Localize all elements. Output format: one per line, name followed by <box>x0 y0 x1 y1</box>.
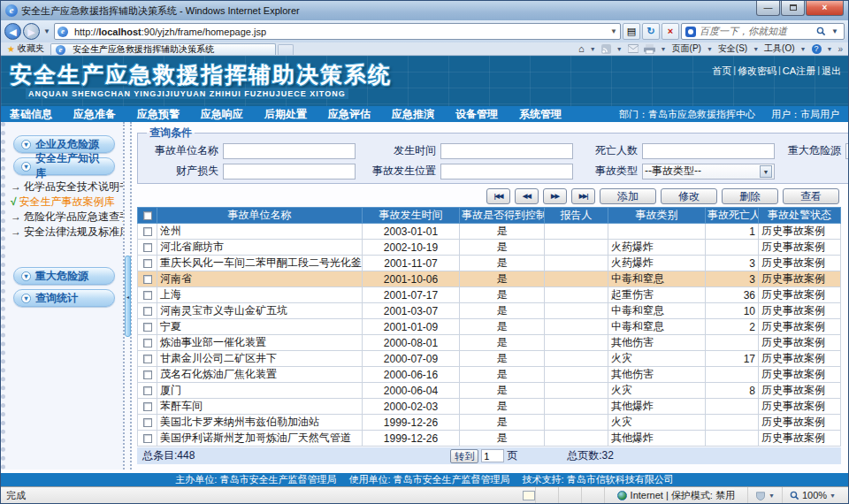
table-row[interactable]: 河南灵宝市义寺山金矿五坑2001-03-07是中毒和窒息10历史事故案例 <box>138 303 841 319</box>
safety-menu[interactable]: 安全(S) <box>718 42 747 55</box>
add-button[interactable]: 添加 <box>600 188 656 204</box>
sidebar-splitter[interactable]: ◂ <box>123 122 132 470</box>
sidebar-section-major-hazard[interactable]: ▾重大危险源 <box>13 267 115 285</box>
table-row[interactable]: 美国北卡罗来纳州韦兹伯勒加油站1999-12-26是火灾历史事故案例 <box>138 415 841 431</box>
table-row[interactable]: 美国伊利诺斯州芝加哥炼油厂天然气管道1999-12-26是其他爆炸历史事故案例 <box>138 431 841 447</box>
address-dropdown[interactable]: ▼ <box>610 27 617 35</box>
deaths-input[interactable] <box>642 143 775 159</box>
major-hazard-select[interactable]: -是否为重大危险源-▼ <box>845 143 848 159</box>
accident-type-select[interactable]: --事故类型--▼ <box>642 164 775 179</box>
row-checkbox[interactable] <box>143 355 152 363</box>
sidebar-item-safety-laws[interactable]: →安全法律法规及标准库 <box>11 225 123 240</box>
link-home[interactable]: 首页 <box>712 65 731 78</box>
page-menu[interactable]: 页面(P) <box>672 42 701 55</box>
first-page-button[interactable]: |◀◀ <box>486 188 510 204</box>
sidebar-item-accident-cases[interactable]: √安全生产事故案例库 <box>11 195 123 210</box>
occur-time-input[interactable] <box>440 143 573 159</box>
menu-emergency-response[interactable]: 应急响应 <box>201 107 243 122</box>
prev-page-button[interactable]: ◀◀ <box>515 188 539 204</box>
link-logout[interactable]: 退出 <box>822 65 841 78</box>
sidebar-item-chemical-msds[interactable]: →化学品安全技术说明书 <box>11 179 123 195</box>
modify-button[interactable]: 修改 <box>661 188 717 204</box>
property-loss-input[interactable] <box>223 164 356 179</box>
sidebar-section-knowledge-base[interactable]: ▾安全生产知识库 <box>13 157 115 175</box>
tab-active[interactable]: e 安全生产应急救援指挥辅助决策系统 <box>50 43 276 55</box>
row-checkbox[interactable] <box>143 386 152 395</box>
search-dropdown[interactable]: ▼ <box>830 27 840 35</box>
protected-mode-group[interactable]: ▼ <box>747 487 782 503</box>
view-button[interactable]: 查看 <box>783 188 839 204</box>
table-row[interactable]: 炼油事业部一催化装置2000-08-01是其他伤害历史事故案例 <box>138 335 841 351</box>
unit-name-input[interactable] <box>223 143 356 159</box>
page-menu-dropdown[interactable]: ▼ <box>707 46 713 52</box>
history-dropdown[interactable]: ▼ <box>42 27 52 35</box>
menu-post-disposal[interactable]: 后期处置 <box>264 107 307 122</box>
back-button[interactable]: ◀ <box>4 23 21 40</box>
rss-dropdown[interactable]: ▼ <box>616 46 623 52</box>
menu-emergency-warning[interactable]: 应急预警 <box>137 107 180 122</box>
menu-device-manage[interactable]: 设备管理 <box>455 107 498 122</box>
address-bar[interactable]: e http://localhost:90/yjzh/frame/homepag… <box>54 23 621 40</box>
help-icon[interactable]: ? <box>812 44 822 54</box>
delete-button[interactable]: 删除 <box>722 188 778 204</box>
search-input[interactable]: 百度一下，你就知道 <box>700 25 813 38</box>
table-row[interactable]: 河南省2001-10-06是中毒和窒息3历史事故案例 <box>138 271 841 287</box>
row-checkbox[interactable] <box>143 291 152 300</box>
zoom-control[interactable]: 100% ▼ <box>782 487 843 503</box>
menu-emergency-evaluate[interactable]: 应急评估 <box>328 107 371 122</box>
menu-system-manage[interactable]: 系统管理 <box>519 107 562 122</box>
mail-icon[interactable] <box>628 44 639 53</box>
goto-button[interactable]: 转到 <box>450 449 478 463</box>
row-checkbox[interactable] <box>143 339 152 347</box>
row-checkbox[interactable] <box>143 243 152 252</box>
forward-button[interactable]: ▶ <box>23 23 40 40</box>
table-row[interactable]: 厦门2000-06-04是火灾8历史事故案例 <box>138 383 841 399</box>
refresh-button[interactable]: ↻ <box>642 23 660 40</box>
select-all-header[interactable] <box>138 208 157 224</box>
link-change-password[interactable]: 修改密码 <box>738 65 776 78</box>
row-checkbox[interactable] <box>143 434 152 443</box>
menu-emergency-drill[interactable]: 应急推演 <box>392 107 434 122</box>
compatibility-view-button[interactable]: ▤ <box>623 23 640 40</box>
menu-basic-info[interactable]: 基础信息 <box>10 107 52 122</box>
table-row[interactable]: 甘肃金川公司二矿区井下2000-07-09是火灾17历史事故案例 <box>138 351 841 367</box>
minimize-button[interactable]: — <box>756 1 780 16</box>
search-icon[interactable] <box>816 27 826 36</box>
row-checkbox[interactable] <box>143 307 152 316</box>
help-dropdown[interactable]: ▼ <box>827 46 833 52</box>
close-button[interactable]: × <box>806 1 844 16</box>
tools-menu-dropdown[interactable]: ▼ <box>800 46 807 52</box>
home-dropdown[interactable]: ▼ <box>590 46 596 52</box>
select-all-checkbox[interactable] <box>143 211 152 220</box>
stop-button[interactable]: × <box>662 23 679 40</box>
row-checkbox[interactable] <box>143 259 152 268</box>
table-row[interactable]: 河北省廊坊市2002-10-19是火药爆炸历史事故案例 <box>138 240 841 256</box>
sidebar-section-enterprise-hazard[interactable]: ▾企业及危险源 <box>13 135 115 153</box>
home-icon[interactable]: ⌂ <box>578 43 585 54</box>
sidebar-item-hazchem-quickref[interactable]: →危险化学品应急速查手… <box>11 210 123 225</box>
maximize-button[interactable] <box>781 1 805 16</box>
row-checkbox[interactable] <box>143 418 152 427</box>
table-row[interactable]: 重庆长风化一车间二苯甲酮工段二号光化釜2001-11-07是火药爆炸3历史事故案… <box>138 256 841 271</box>
menu-emergency-prepare[interactable]: 应急准备 <box>73 107 116 122</box>
favorites-button[interactable]: ★ 收藏夹 <box>1 42 50 55</box>
row-checkbox[interactable] <box>143 227 152 236</box>
splitter-handle[interactable]: ◂ <box>125 256 131 337</box>
row-checkbox[interactable] <box>143 370 152 379</box>
link-ca-register[interactable]: CA注册 <box>783 65 815 78</box>
location-input[interactable] <box>440 164 573 179</box>
search-box[interactable]: 百度一下，你就知道 ▼ <box>681 23 845 40</box>
rss-icon[interactable] <box>601 44 611 54</box>
row-checkbox[interactable] <box>143 402 152 411</box>
next-page-button[interactable]: ▶▶ <box>543 188 567 204</box>
sidebar-section-query-stats[interactable]: ▾查询统计 <box>13 289 115 307</box>
table-row[interactable]: 沧州2003-01-01是1历史事故案例 <box>138 224 841 240</box>
table-row[interactable]: 宁夏2001-01-09是中毒和窒息2历史事故案例 <box>138 319 841 335</box>
safety-menu-dropdown[interactable]: ▼ <box>753 46 759 52</box>
table-row[interactable]: 上海2001-07-17是起重伤害36历史事故案例 <box>138 287 841 303</box>
table-row[interactable]: 茂名石化炼油厂焦化装置2000-06-16是其他伤害历史事故案例 <box>138 367 841 383</box>
row-checkbox[interactable] <box>143 275 152 284</box>
tools-menu[interactable]: 工具(O) <box>764 42 794 55</box>
row-checkbox[interactable] <box>143 323 152 332</box>
last-page-button[interactable]: ▶▶| <box>571 188 595 204</box>
